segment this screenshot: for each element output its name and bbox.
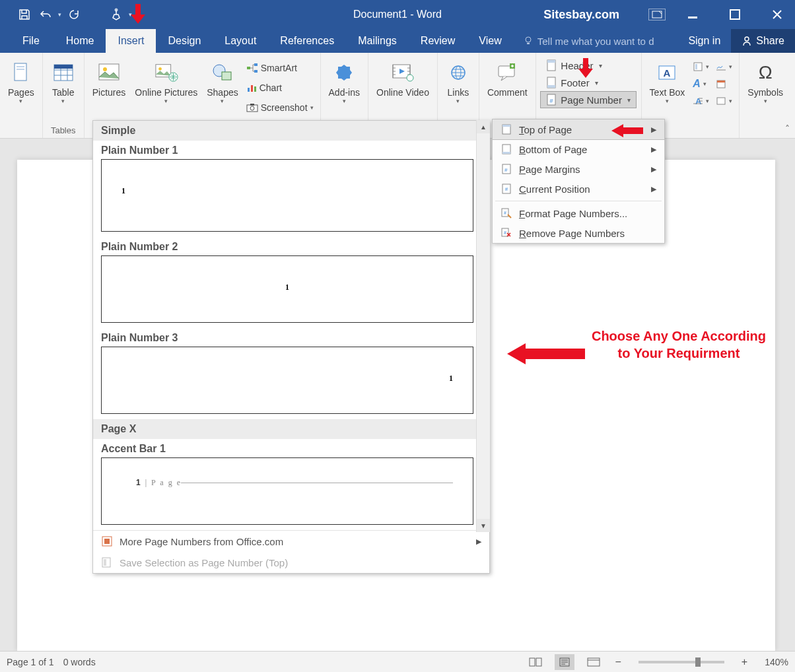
redo-icon[interactable]: [65, 6, 83, 23]
touch-mode-icon[interactable]: [108, 6, 125, 23]
gallery-scrollbar[interactable]: ▲ ▼: [476, 120, 490, 532]
tab-file[interactable]: File: [8, 29, 54, 53]
shapes-button[interactable]: Shapes ▾: [203, 55, 242, 106]
ribbon-display-options-icon[interactable]: [648, 9, 666, 20]
gallery-item-accent-bar-1[interactable]: 1 | P a g e: [101, 457, 473, 525]
svg-rect-62: [104, 559, 106, 566]
addins-button[interactable]: Add-ins ▾: [325, 55, 364, 106]
page-number-gallery: Simple Plain Number 1 1 Plain Number 2 1…: [92, 120, 490, 574]
zoom-level[interactable]: 140%: [765, 657, 788, 667]
online-pictures-button[interactable]: Online Pictures ▾: [131, 55, 201, 106]
scroll-down-icon[interactable]: ▼: [477, 519, 490, 532]
svg-rect-2: [688, 17, 697, 18]
screenshot-button[interactable]: Screenshot ▾: [244, 98, 316, 118]
tab-design[interactable]: Design: [156, 29, 213, 53]
svg-rect-26: [250, 104, 254, 106]
svg-rect-18: [247, 67, 250, 69]
chart-button[interactable]: Chart: [244, 78, 316, 98]
scroll-up-icon[interactable]: ▲: [477, 120, 490, 133]
web-layout-button[interactable]: [584, 654, 604, 670]
gallery-item-title: Accent Bar 1: [93, 439, 489, 457]
links-button[interactable]: Links ▾: [442, 55, 475, 106]
svg-rect-22: [251, 85, 253, 92]
zoom-in-button[interactable]: +: [739, 656, 750, 668]
group-label-tables: Tables: [51, 124, 76, 137]
svg-rect-10: [54, 65, 73, 69]
links-icon: [446, 61, 470, 84]
pictures-button[interactable]: Pictures: [88, 55, 130, 99]
annotation-text: Choose Any One According to Your Requirm…: [584, 327, 774, 362]
pages-button[interactable]: Pages ▾: [4, 55, 38, 106]
quick-access-toolbar: ▾ ▾: [0, 6, 132, 23]
gallery-item-plain-number-3[interactable]: 1: [101, 347, 473, 414]
tab-references[interactable]: References: [268, 29, 346, 53]
gallery-item-plain-number-1[interactable]: 1: [101, 159, 473, 232]
svg-rect-34: [547, 60, 555, 63]
status-page[interactable]: Page 1 of 1: [7, 657, 54, 667]
object-button[interactable]: ▾: [713, 92, 735, 110]
zoom-thumb[interactable]: [695, 657, 701, 667]
save-icon[interactable]: [16, 6, 33, 23]
minimize-button[interactable]: [677, 0, 708, 29]
signature-line-button[interactable]: ▾: [713, 58, 735, 75]
table-button[interactable]: Table ▾: [47, 55, 80, 106]
online-video-button[interactable]: Online Video: [372, 55, 433, 99]
signature-icon: [716, 62, 726, 71]
tab-home[interactable]: Home: [54, 29, 106, 53]
zoom-out-button[interactable]: −: [613, 656, 624, 668]
menu-page-margins[interactable]: # Page Margins ▶: [493, 159, 664, 179]
page-bottom-icon: [501, 143, 512, 155]
svg-rect-7: [17, 66, 24, 67]
date-time-button[interactable]: [713, 75, 735, 92]
remove-icon: #: [501, 227, 512, 239]
text-box-button[interactable]: A Text Box ▾: [646, 55, 689, 106]
submenu-arrow-icon: ▶: [651, 145, 656, 154]
tell-me-search[interactable]: Tell me what you want to d: [523, 29, 654, 53]
tab-review[interactable]: Review: [409, 29, 467, 53]
object-icon: [716, 96, 726, 106]
drop-cap-button[interactable]: A▾: [690, 92, 712, 110]
close-button[interactable]: [762, 0, 792, 29]
submenu-arrow-icon: ▶: [651, 185, 656, 193]
watermark-text: Sitesbay.com: [543, 8, 619, 22]
undo-icon[interactable]: [37, 6, 54, 23]
person-icon: [742, 36, 752, 46]
maximize-button[interactable]: [720, 0, 750, 29]
share-button[interactable]: Share: [731, 29, 795, 53]
gallery-item-plain-number-2[interactable]: 1: [101, 255, 473, 323]
smartart-button[interactable]: SmartArt: [244, 58, 316, 78]
wordart-button[interactable]: A▾: [690, 75, 712, 92]
menu-remove-page-numbers[interactable]: # Remove Page Numbers: [493, 223, 664, 243]
print-layout-button[interactable]: [555, 654, 574, 670]
read-mode-button[interactable]: [526, 654, 545, 670]
submenu-arrow-icon: ▶: [651, 125, 656, 134]
tab-mailings[interactable]: Mailings: [346, 29, 409, 53]
undo-dropdown-icon[interactable]: ▾: [58, 11, 61, 18]
menu-current-position[interactable]: # Current Position ▶: [493, 179, 664, 199]
svg-rect-6: [15, 63, 26, 81]
tab-view[interactable]: View: [467, 29, 513, 53]
menu-bottom-of-page[interactable]: Bottom of Page ▶: [493, 139, 664, 159]
gallery-section-page-x: Page X: [93, 419, 476, 439]
zoom-slider[interactable]: [639, 661, 724, 663]
svg-text:#: #: [504, 211, 506, 215]
svg-rect-20: [254, 70, 258, 73]
more-page-numbers-button[interactable]: More Page Numbers from Office.com ▶: [93, 531, 489, 552]
sign-in-button[interactable]: Sign in: [677, 29, 731, 53]
status-word-count[interactable]: 0 words: [63, 657, 96, 667]
collapse-ribbon-icon[interactable]: ˄: [785, 123, 790, 134]
screenshot-icon: [246, 103, 258, 112]
menu-format-page-numbers[interactable]: # Format Page Numbers...: [493, 203, 664, 223]
annotation-arrow-top-of-page: [611, 124, 643, 137]
page-number-button[interactable]: # Page Number▾: [540, 91, 637, 108]
pictures-icon: [97, 61, 121, 84]
header-icon: [546, 59, 557, 71]
tab-layout[interactable]: Layout: [213, 29, 268, 53]
quick-parts-button[interactable]: ▾: [690, 58, 712, 75]
symbols-button[interactable]: Ω Symbols ▾: [743, 55, 787, 106]
tab-insert[interactable]: Insert: [106, 29, 156, 53]
submenu-arrow-icon: ▶: [476, 537, 481, 546]
gallery-item-title: Plain Number 2: [93, 237, 489, 255]
annotation-arrow-gallery: [507, 343, 585, 364]
comment-button[interactable]: Comment: [483, 55, 532, 99]
